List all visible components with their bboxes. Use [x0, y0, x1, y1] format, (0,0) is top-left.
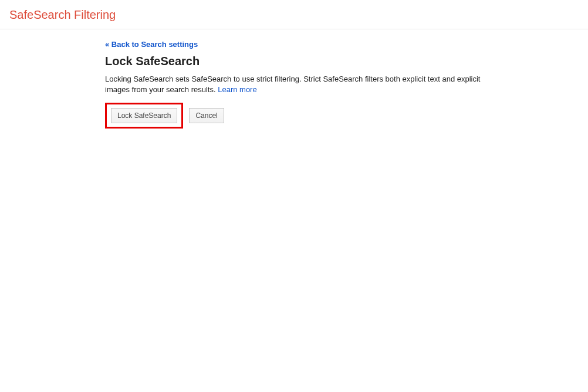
page-header: SafeSearch Filtering: [0, 0, 588, 29]
description-text: Locking SafeSearch sets SafeSearch to us…: [105, 74, 481, 94]
learn-more-link[interactable]: Learn more: [218, 85, 256, 94]
main-content: « Back to Search settings Lock SafeSearc…: [105, 40, 481, 129]
header-title: SafeSearch Filtering: [9, 8, 116, 21]
highlight-box: Lock SafeSearch: [105, 103, 183, 129]
button-row: Lock SafeSearch Cancel: [105, 103, 481, 129]
description-body: Locking SafeSearch sets SafeSearch to us…: [105, 75, 480, 94]
back-to-settings-link[interactable]: « Back to Search settings: [105, 40, 198, 49]
cancel-button[interactable]: Cancel: [189, 108, 224, 123]
lock-safesearch-button[interactable]: Lock SafeSearch: [111, 108, 177, 123]
page-heading: Lock SafeSearch: [105, 55, 481, 68]
